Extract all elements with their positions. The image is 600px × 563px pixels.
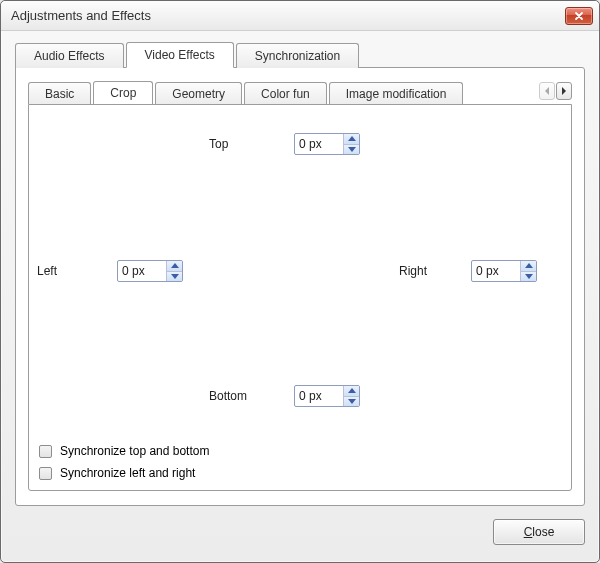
spin-up-button[interactable] <box>344 386 359 396</box>
crop-bottom-field: Bottom <box>209 385 360 407</box>
close-button[interactable]: Close <box>493 519 585 545</box>
sync-top-bottom-label: Synchronize top and bottom <box>60 444 209 458</box>
sync-top-bottom-row: Synchronize top and bottom <box>39 444 209 458</box>
chevron-down-icon <box>525 274 533 279</box>
sub-tabstrip: Basic Crop Geometry Color fun Image modi… <box>28 80 535 104</box>
subtab-nav <box>535 80 572 104</box>
crop-left-label: Left <box>37 264 117 278</box>
main-tabstrip: Audio Effects Video Effects Synchronizat… <box>15 41 585 67</box>
sync-left-right-checkbox[interactable] <box>39 467 52 480</box>
client-area: Audio Effects Video Effects Synchronizat… <box>1 31 599 562</box>
crop-bottom-spinbox[interactable] <box>294 385 360 407</box>
crop-right-spinbox[interactable] <box>471 260 537 282</box>
titlebar: Adjustments and Effects <box>1 1 599 31</box>
subtab-scroll-right-button[interactable] <box>556 82 572 100</box>
close-button-label: Close <box>524 525 555 539</box>
spin-down-button[interactable] <box>167 271 182 282</box>
spin-down-button[interactable] <box>344 144 359 155</box>
window-close-button[interactable] <box>565 7 593 25</box>
subtab-scroll-left-button[interactable] <box>539 82 555 100</box>
chevron-right-icon <box>561 87 567 95</box>
crop-top-input[interactable] <box>295 134 343 154</box>
chevron-up-icon <box>348 136 356 141</box>
spin-arrows <box>343 134 359 154</box>
crop-left-field: Left <box>37 260 183 282</box>
dialog-window: Adjustments and Effects Audio Effects Vi… <box>0 0 600 563</box>
crop-bottom-input[interactable] <box>295 386 343 406</box>
close-icon <box>574 11 584 21</box>
crop-top-label: Top <box>209 137 294 151</box>
crop-top-spinbox[interactable] <box>294 133 360 155</box>
subtab-image-modification[interactable]: Image modification <box>329 82 464 104</box>
spin-down-button[interactable] <box>344 396 359 407</box>
spin-up-button[interactable] <box>167 261 182 271</box>
subtab-crop[interactable]: Crop <box>93 81 153 104</box>
window-title: Adjustments and Effects <box>11 8 565 23</box>
spin-arrows <box>520 261 536 281</box>
tab-video-effects[interactable]: Video Effects <box>126 42 234 68</box>
tab-audio-effects[interactable]: Audio Effects <box>15 43 124 68</box>
subtab-basic[interactable]: Basic <box>28 82 91 104</box>
crop-sync-options: Synchronize top and bottom Synchronize l… <box>39 444 209 480</box>
video-effects-pane: Basic Crop Geometry Color fun Image modi… <box>15 67 585 506</box>
chevron-left-icon <box>544 87 550 95</box>
chevron-down-icon <box>348 147 356 152</box>
dialog-button-bar: Close <box>15 506 585 550</box>
chevron-down-icon <box>348 399 356 404</box>
subtab-geometry[interactable]: Geometry <box>155 82 242 104</box>
spin-up-button[interactable] <box>521 261 536 271</box>
sync-left-right-row: Synchronize left and right <box>39 466 209 480</box>
spin-arrows <box>166 261 182 281</box>
subtab-colorfun[interactable]: Color fun <box>244 82 327 104</box>
crop-right-field: Right <box>399 260 537 282</box>
crop-left-input[interactable] <box>118 261 166 281</box>
chevron-down-icon <box>171 274 179 279</box>
crop-top-field: Top <box>209 133 360 155</box>
spin-arrows <box>343 386 359 406</box>
spin-down-button[interactable] <box>521 271 536 282</box>
spin-up-button[interactable] <box>344 134 359 144</box>
crop-pane: Top Left <box>28 104 572 491</box>
chevron-up-icon <box>525 263 533 268</box>
sync-left-right-label: Synchronize left and right <box>60 466 195 480</box>
crop-right-input[interactable] <box>472 261 520 281</box>
chevron-up-icon <box>348 388 356 393</box>
subtab-row: Basic Crop Geometry Color fun Image modi… <box>28 80 572 104</box>
tab-synchronization[interactable]: Synchronization <box>236 43 359 68</box>
crop-left-spinbox[interactable] <box>117 260 183 282</box>
chevron-up-icon <box>171 263 179 268</box>
sync-top-bottom-checkbox[interactable] <box>39 445 52 458</box>
crop-bottom-label: Bottom <box>209 389 294 403</box>
crop-right-label: Right <box>399 264 471 278</box>
